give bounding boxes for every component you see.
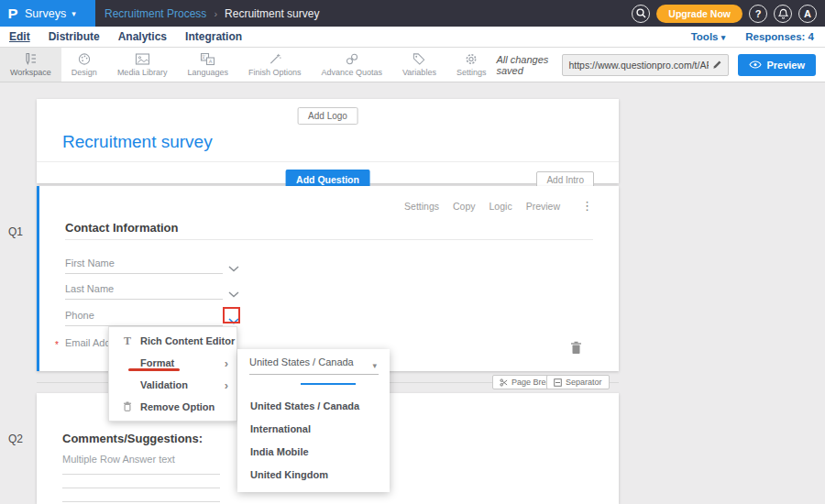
toolbar-media-library[interactable]: Media Library bbox=[107, 48, 178, 82]
q1-label: Q1 bbox=[8, 225, 23, 238]
search-icon bbox=[636, 8, 646, 18]
account-avatar[interactable]: A bbox=[798, 5, 817, 23]
answer-line[interactable] bbox=[62, 501, 220, 502]
format-select[interactable]: United States / Canada ▾ bbox=[249, 356, 379, 375]
breadcrumb-parent[interactable]: Recruitment Process bbox=[104, 7, 206, 20]
trash-icon bbox=[570, 341, 582, 355]
translate-icon: 文A bbox=[200, 52, 215, 66]
image-icon bbox=[135, 52, 150, 66]
tools-menu[interactable]: Tools ▾ bbox=[691, 31, 726, 42]
toolbar-workspace[interactable]: Workspace bbox=[0, 48, 61, 82]
toolbar-finish-options[interactable]: Finish Options bbox=[238, 48, 312, 82]
chain-links-icon bbox=[345, 52, 359, 66]
answer-line[interactable] bbox=[62, 474, 220, 475]
preview-button[interactable]: Preview bbox=[738, 54, 816, 76]
format-option-international[interactable]: International bbox=[250, 423, 311, 434]
avatar-initial: A bbox=[804, 8, 811, 19]
gear-icon bbox=[464, 52, 478, 66]
svg-text:文: 文 bbox=[201, 54, 206, 60]
surveys-menu-label: Surveys bbox=[25, 7, 66, 20]
format-option-us-canada[interactable]: United States / Canada bbox=[250, 400, 359, 411]
field-phone[interactable]: Phone bbox=[65, 310, 223, 326]
eye-icon bbox=[749, 60, 762, 69]
questionpro-logo-icon: P bbox=[7, 6, 17, 20]
tab-edit[interactable]: Edit bbox=[9, 30, 30, 43]
chevron-down-icon: ▾ bbox=[72, 9, 76, 18]
format-submenu: United States / Canada ▾ United States /… bbox=[237, 349, 390, 492]
separator-button[interactable]: Separator bbox=[546, 375, 610, 389]
notifications-button[interactable] bbox=[774, 5, 792, 23]
format-option-india-mobile[interactable]: India Mobile bbox=[250, 446, 309, 457]
menu-item-rich-content-editor[interactable]: T Rich Content Editor bbox=[109, 330, 236, 352]
questionpro-survey-editor: P Surveys ▾ Recruitment Process › Recrui… bbox=[0, 0, 825, 504]
field-first-name[interactable]: First Name bbox=[65, 257, 223, 274]
tag-icon bbox=[412, 52, 426, 66]
pencil-icon[interactable] bbox=[712, 60, 722, 70]
question-logic-link[interactable]: Logic bbox=[490, 201, 512, 212]
save-status: All changes saved bbox=[496, 54, 553, 76]
scissors-icon bbox=[500, 378, 508, 387]
field-last-name[interactable]: Last Name bbox=[65, 283, 223, 300]
survey-url[interactable]: https://www.questionpro.com/t/APNrFZ bbox=[568, 60, 709, 71]
tab-analytics[interactable]: Analytics bbox=[118, 30, 167, 43]
menu-item-remove-option[interactable]: Remove Option bbox=[109, 396, 236, 418]
toolbar-design[interactable]: Design bbox=[61, 48, 107, 82]
chevron-right-icon: › bbox=[225, 357, 228, 369]
breadcrumb-current: Recruitment survey bbox=[225, 7, 319, 20]
q2-label: Q2 bbox=[8, 433, 23, 445]
divider bbox=[65, 239, 593, 240]
kebab-menu-icon[interactable]: ⋮ bbox=[581, 200, 593, 212]
section-nav-right: Tools ▾ Responses: 4 bbox=[691, 31, 825, 42]
toolbar-languages[interactable]: 文A Languages bbox=[177, 48, 238, 82]
separator-icon bbox=[554, 378, 562, 387]
rich-text-icon: T bbox=[121, 334, 134, 348]
section-nav: Edit Distribute Analytics Integration To… bbox=[0, 27, 825, 48]
answer-line[interactable] bbox=[62, 488, 220, 488]
tab-distribute[interactable]: Distribute bbox=[49, 30, 100, 43]
question-mark-icon: ? bbox=[755, 8, 762, 19]
row-options-menu: T Rich Content Editor Format › Validatio… bbox=[108, 326, 237, 422]
chevron-right-icon: › bbox=[225, 379, 228, 391]
question-copy-link[interactable]: Copy bbox=[453, 201, 476, 212]
chevron-down-icon[interactable] bbox=[228, 285, 239, 301]
topbar-actions: Upgrade Now ? A bbox=[632, 5, 825, 23]
survey-url-box[interactable]: https://www.questionpro.com/t/APNrFZ bbox=[562, 54, 729, 76]
section-tabs: Edit Distribute Analytics Integration bbox=[0, 30, 242, 43]
survey-header-card: Add Logo Recruitment survey Add Question… bbox=[37, 99, 619, 183]
delete-question-button[interactable] bbox=[570, 341, 582, 358]
chevron-down-icon: ▾ bbox=[372, 361, 377, 370]
multi-row-answer-placeholder[interactable]: Multiple Row Answer text bbox=[62, 454, 175, 465]
toolbar-variables[interactable]: Variables bbox=[392, 48, 446, 82]
question-preview-link[interactable]: Preview bbox=[526, 201, 560, 212]
bell-icon bbox=[778, 8, 788, 19]
help-button[interactable]: ? bbox=[749, 5, 767, 23]
surveys-menu[interactable]: P Surveys ▾ bbox=[0, 0, 95, 27]
question-1-title[interactable]: Contact Information bbox=[65, 221, 179, 235]
menu-item-format[interactable]: Format › bbox=[109, 352, 236, 374]
search-button[interactable] bbox=[632, 5, 650, 23]
question-actions: Settings Copy Logic Preview ⋮ bbox=[404, 200, 593, 212]
survey-title[interactable]: Recruitment survey bbox=[62, 132, 213, 152]
svg-text:A: A bbox=[209, 59, 213, 64]
responses-link[interactable]: Responses: 4 bbox=[745, 31, 814, 42]
chevron-down-icon[interactable] bbox=[228, 259, 239, 276]
survey-header-actions: Add Question Add Intro bbox=[37, 161, 619, 183]
upgrade-now-button[interactable]: Upgrade Now bbox=[656, 5, 742, 23]
tab-integration[interactable]: Integration bbox=[185, 30, 242, 43]
toolbar-right: All changes saved https://www.questionpr… bbox=[496, 48, 825, 82]
editor-toolbar: Workspace Design Media Library 文A Langua… bbox=[0, 48, 825, 82]
toolbar-settings[interactable]: Settings bbox=[446, 48, 497, 82]
toolbar-advance-quotas[interactable]: Advance Quotas bbox=[311, 48, 392, 82]
breadcrumb-separator: › bbox=[214, 8, 217, 19]
add-logo-button[interactable]: Add Logo bbox=[297, 107, 358, 125]
menu-item-validation[interactable]: Validation › bbox=[109, 374, 236, 396]
question-2-title[interactable]: Comments/Suggestions: bbox=[62, 432, 203, 445]
question-settings-link[interactable]: Settings bbox=[404, 201, 439, 212]
workspace-icon bbox=[23, 52, 38, 66]
required-asterisk: * bbox=[55, 340, 59, 350]
top-bar: P Surveys ▾ Recruitment Process › Recrui… bbox=[0, 0, 825, 27]
trash-icon bbox=[121, 401, 134, 413]
magic-wand-icon bbox=[268, 52, 282, 66]
format-option-united-kingdom[interactable]: United Kingdom bbox=[250, 469, 328, 480]
breadcrumb: Recruitment Process › Recruitment survey bbox=[104, 7, 319, 20]
